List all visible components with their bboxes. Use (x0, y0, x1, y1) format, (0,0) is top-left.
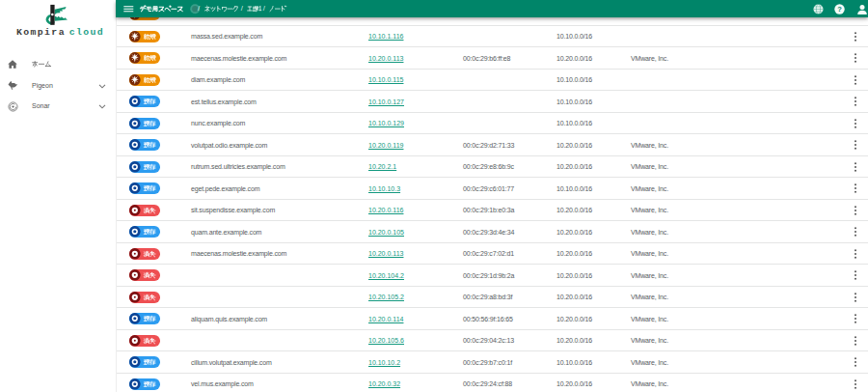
svg-text:?: ? (837, 6, 842, 14)
